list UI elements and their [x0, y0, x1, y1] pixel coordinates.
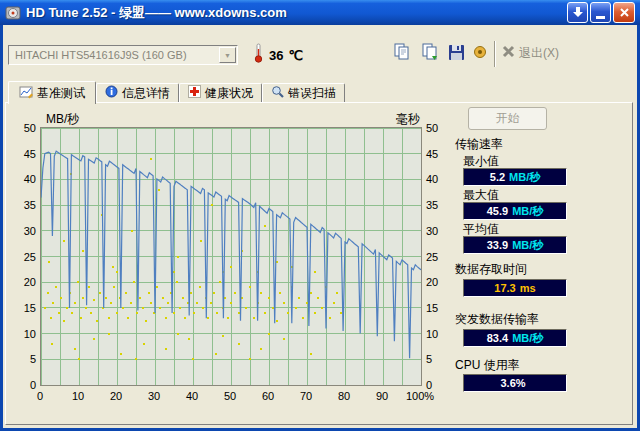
temperature-value: 36: [269, 48, 283, 63]
hd-tune-window: HD Tune 2.52 - 绿盟—— www.xdowns.com HITAC…: [0, 0, 640, 431]
options-button[interactable]: [468, 42, 492, 66]
tick-label: 50: [224, 390, 236, 402]
tick-label: 35: [426, 199, 438, 211]
tick-label: 15: [24, 302, 36, 314]
tab-health-label: 健康状况: [205, 85, 253, 102]
info-icon: [105, 85, 118, 101]
tick-label: 50: [426, 122, 438, 134]
tick-label: 90: [376, 390, 388, 402]
download-button[interactable]: [567, 2, 588, 23]
tick-label: 10: [24, 328, 36, 340]
tick-label: 20: [426, 276, 438, 288]
cpu-usage-value: 3.6%: [500, 377, 525, 389]
chevron-down-icon: ▼: [224, 52, 231, 59]
cpu-usage-value-box: 3.6%: [463, 374, 567, 392]
tick-label: 45: [426, 148, 438, 160]
min-value: 5.2: [490, 171, 505, 183]
access-time-value: 17.3: [494, 282, 515, 294]
save-screenshot-button[interactable]: [444, 42, 468, 66]
y-axis-left: 50454035302520151050: [12, 127, 38, 386]
y-axis-right: 50454035302520151050: [423, 127, 449, 386]
tab-error-scan-label: 错误扫描: [288, 85, 336, 102]
tick-label: 15: [426, 302, 438, 314]
tab-error-scan[interactable]: 错误扫描: [262, 83, 345, 102]
avg-value: 33.9: [487, 239, 508, 251]
access-time-value-box: 17.3 ms: [463, 279, 567, 297]
temperature-indicator: 36 ℃: [253, 43, 303, 67]
start-button[interactable]: 开始: [468, 107, 547, 130]
health-cross-icon: [188, 85, 201, 101]
tick-label: 30: [148, 390, 160, 402]
exit-x-icon: [502, 44, 515, 62]
tick-label: 5: [426, 353, 432, 365]
tick-label: 40: [426, 173, 438, 185]
tab-benchmark-label: 基准测试: [37, 85, 85, 102]
down-arrow-icon: [572, 4, 584, 22]
tick-label: 25: [426, 251, 438, 263]
minimize-icon: [596, 16, 605, 19]
tick-label: 20: [110, 390, 122, 402]
copy-text-icon: [421, 43, 439, 65]
burst-rate-unit: MB/秒: [512, 331, 543, 346]
app-icon: [5, 5, 21, 21]
benchmark-plot-svg: [41, 128, 421, 385]
exit-label: 退出(X): [519, 45, 559, 62]
drive-select-value: HITACHI HTS541616J9S (160 GB): [15, 49, 187, 61]
thermometer-icon: [253, 43, 264, 67]
tick-label: 35: [24, 199, 36, 211]
tick-label: 0: [30, 379, 36, 391]
tick-label: 0: [37, 390, 43, 402]
copy-screenshot-button[interactable]: [390, 42, 414, 66]
benchmark-icon: [19, 85, 33, 102]
min-unit: MB/秒: [509, 170, 540, 185]
tick-label: 70: [300, 390, 312, 402]
y-right-axis-label: 毫秒: [396, 111, 420, 128]
cpu-usage-label: CPU 使用率: [455, 357, 520, 374]
tab-health[interactable]: 健康状况: [179, 83, 262, 102]
window-body: HITACHI HTS541616J9S (160 GB) ▼ 36 ℃: [0, 25, 640, 431]
copy-icon: [393, 43, 411, 65]
benchmark-plot: [40, 127, 422, 386]
access-time-label: 数据存取时间: [455, 261, 527, 278]
tick-label: 80: [338, 390, 350, 402]
tick-label: 100%: [406, 390, 434, 402]
burst-rate-value: 83.4: [487, 332, 508, 344]
drive-select[interactable]: HITACHI HTS541616J9S (160 GB) ▼: [8, 45, 238, 65]
window-title: HD Tune 2.52 - 绿盟—— www.xdowns.com: [26, 4, 565, 22]
access-time-unit: ms: [520, 282, 536, 294]
tick-label: 10: [426, 328, 438, 340]
tick-label: 25: [24, 251, 36, 263]
toolbar-separator: [494, 41, 496, 67]
y-left-axis-label: MB/秒: [46, 111, 79, 128]
tick-label: 40: [186, 390, 198, 402]
tick-label: 40: [24, 173, 36, 185]
close-button[interactable]: [613, 2, 635, 23]
tick-label: 45: [24, 148, 36, 160]
tick-label: 20: [24, 276, 36, 288]
options-icon: [471, 43, 489, 65]
max-value-box: 45.9 MB/秒: [463, 202, 567, 220]
tick-label: 30: [24, 225, 36, 237]
tab-benchmark[interactable]: 基准测试: [8, 81, 96, 104]
copy-text-button[interactable]: [418, 42, 442, 66]
combo-dropdown-button[interactable]: ▼: [219, 47, 236, 63]
scan-magnifier-icon: [271, 85, 284, 101]
tick-label: 30: [426, 225, 438, 237]
burst-rate-label: 突发数据传输率: [455, 311, 539, 328]
temperature-unit: ℃: [288, 48, 303, 63]
tick-label: 10: [72, 390, 84, 402]
burst-rate-value-box: 83.4 MB/秒: [463, 329, 567, 347]
avg-unit: MB/秒: [512, 238, 543, 253]
save-icon: [448, 44, 465, 65]
tab-bar: 基准测试 信息详情 健康状况 错误扫描: [8, 81, 345, 104]
benchmark-tab-page: 开始 MB/秒 毫秒 50454035302520151050 50454035…: [5, 102, 633, 425]
tab-info[interactable]: 信息详情: [96, 83, 179, 102]
tick-label: 5: [30, 353, 36, 365]
exit-button[interactable]: 退出(X): [502, 44, 559, 62]
minimize-button[interactable]: [590, 2, 611, 23]
titlebar[interactable]: HD Tune 2.52 - 绿盟—— www.xdowns.com: [0, 0, 640, 25]
tick-label: 60: [262, 390, 274, 402]
tick-label: 50: [24, 122, 36, 134]
avg-value-box: 33.9 MB/秒: [463, 236, 567, 254]
x-axis: 0102030405060708090100%: [40, 390, 422, 404]
